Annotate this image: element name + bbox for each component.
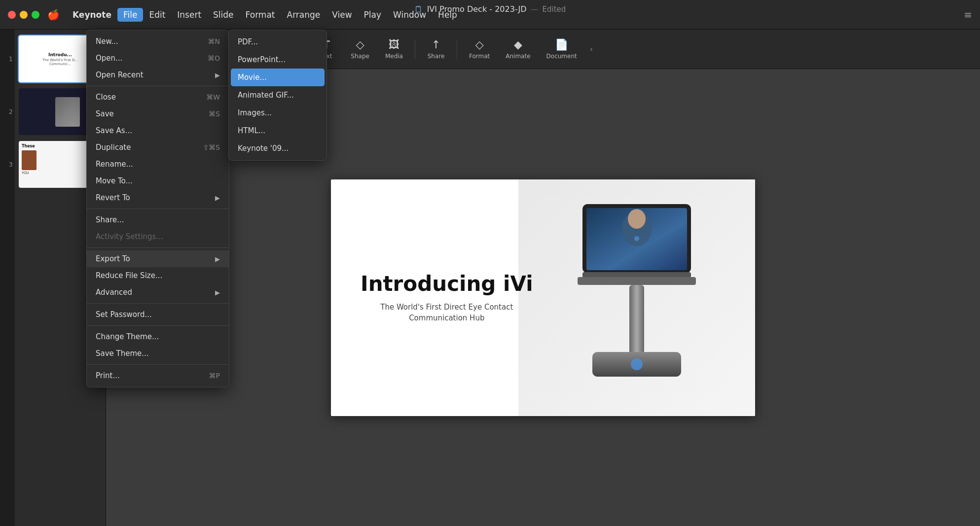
menu-set-password[interactable]: Set Password...	[87, 306, 229, 323]
animate-label: Animate	[506, 53, 530, 60]
slide-subtitle: The World's First Direct Eye Contact Com…	[361, 302, 533, 324]
menubar-play[interactable]: Play	[358, 8, 387, 22]
submenu-powerpoint[interactable]: PowerPoint...	[229, 51, 327, 69]
menu-advanced-arrow: ▶	[215, 289, 220, 296]
menu-save-theme-label: Save Theme...	[96, 349, 149, 358]
menu-advanced[interactable]: Advanced ▶	[87, 284, 229, 301]
share-icon: ↑	[432, 38, 440, 51]
shape-button[interactable]: ◇ Shape	[344, 35, 376, 63]
menubar-arrange[interactable]: Arrange	[281, 8, 327, 22]
menu-rename[interactable]: Rename...	[87, 156, 229, 173]
svg-point-10	[634, 236, 639, 241]
menu-print[interactable]: Print... ⌘P	[87, 367, 229, 384]
slide-numbers: 1 2 3	[0, 30, 15, 526]
menu-close[interactable]: Close ⌘W	[87, 89, 229, 105]
menu-advanced-label: Advanced	[96, 288, 132, 297]
submenu-animated-gif[interactable]: Animated GIF...	[229, 86, 327, 104]
format-button[interactable]: ◇ Format	[462, 35, 497, 63]
submenu-html[interactable]: HTML...	[229, 122, 327, 140]
menu-save-theme[interactable]: Save Theme...	[87, 345, 229, 362]
menu-open[interactable]: Open... ⌘O	[87, 50, 229, 67]
menu-open-shortcut: ⌘O	[208, 54, 220, 62]
menu-share[interactable]: Share...	[87, 211, 229, 228]
menu-export-to-label: Export To	[96, 254, 130, 263]
menubar-edit[interactable]: Edit	[143, 8, 171, 22]
menu-duplicate[interactable]: Duplicate ⇧⌘S	[87, 139, 229, 156]
menu-sep-4	[87, 303, 229, 304]
menubar-keynote[interactable]: Keynote	[67, 8, 117, 22]
submenu-powerpoint-label: PowerPoint...	[238, 55, 286, 64]
menu-save-as[interactable]: Save As...	[87, 122, 229, 139]
menu-sep-2	[87, 209, 229, 209]
menu-change-theme[interactable]: Change Theme...	[87, 328, 229, 345]
menubar-extra: ≡	[964, 9, 972, 21]
maximize-button[interactable]	[32, 11, 39, 19]
menu-open-recent-arrow: ▶	[215, 71, 220, 79]
menubar-view[interactable]: View	[326, 8, 358, 22]
slide-subtitle-line2: Communication Hub	[409, 314, 484, 322]
submenu-movie-label: Movie...	[238, 73, 267, 82]
menubar: 🍎 Keynote File Edit Insert Slide Format …	[0, 0, 980, 30]
menu-export-to[interactable]: Export To ▶	[87, 250, 229, 267]
menu-open-recent-label: Open Recent	[96, 70, 144, 79]
slide-text-block: Introducing iVi The World's First Direct…	[361, 272, 533, 324]
file-menu: New... ⌘N Open... ⌘O Open Recent ▶ Close…	[86, 30, 229, 387]
menu-sep-6	[87, 364, 229, 365]
menubar-slide[interactable]: Slide	[207, 8, 240, 22]
menu-new[interactable]: New... ⌘N	[87, 33, 229, 50]
menu-rename-label: Rename...	[96, 160, 133, 169]
apple-menu[interactable]: 🍎	[47, 9, 60, 21]
menu-sep-3	[87, 247, 229, 248]
menu-new-shortcut: ⌘N	[208, 37, 220, 45]
submenu-keynote09[interactable]: Keynote '09...	[229, 140, 327, 157]
menu-revert-to-arrow: ▶	[215, 194, 220, 202]
close-button[interactable]	[8, 11, 16, 19]
submenu-movie[interactable]: Movie...	[231, 69, 325, 86]
menu-open-label: Open...	[96, 54, 122, 63]
menu-reduce-file-size[interactable]: Reduce File Size...	[87, 267, 229, 284]
svg-rect-6	[578, 277, 696, 285]
menu-close-label: Close	[96, 93, 116, 102]
submenu-images[interactable]: Images...	[229, 104, 327, 122]
edited-status: Edited	[543, 5, 566, 14]
menu-save[interactable]: Save ⌘S	[87, 105, 229, 122]
menubar-file[interactable]: File	[117, 8, 143, 22]
menu-move-to[interactable]: Move To...	[87, 173, 229, 189]
minimize-button[interactable]	[20, 11, 28, 19]
share-button[interactable]: ↑ Share	[420, 35, 452, 63]
media-button[interactable]: 🖼 Media	[378, 35, 410, 63]
menu-change-theme-label: Change Theme...	[96, 332, 159, 341]
menu-open-recent[interactable]: Open Recent ▶	[87, 67, 229, 83]
menu-activity-settings: Activity Settings...	[87, 228, 229, 245]
traffic-lights	[8, 11, 39, 19]
menu-save-label: Save	[96, 109, 114, 118]
toolbar-sep-3	[415, 39, 415, 59]
toolbar-chevron[interactable]: ›	[590, 44, 593, 54]
menu-print-label: Print...	[96, 371, 120, 380]
slide-num-1: 1	[9, 35, 13, 83]
menu-close-shortcut: ⌘W	[206, 93, 220, 101]
slide-canvas[interactable]: Introducing iVi The World's First Direct…	[331, 179, 755, 416]
menubar-format[interactable]: Format	[240, 8, 281, 22]
menubar-help[interactable]: Help	[432, 8, 463, 22]
format-icon: ◇	[475, 38, 484, 51]
menubar-insert[interactable]: Insert	[171, 8, 207, 22]
slide-subtitle-line1: The World's First Direct Eye Contact	[380, 303, 513, 312]
slide-device-image	[518, 179, 755, 416]
animate-button[interactable]: ◆ Animate	[499, 35, 537, 63]
menu-revert-to[interactable]: Revert To ▶	[87, 189, 229, 206]
svg-rect-7	[629, 285, 644, 354]
menu-set-password-label: Set Password...	[96, 310, 152, 319]
menu-reduce-file-size-label: Reduce File Size...	[96, 271, 162, 280]
menubar-window[interactable]: Window	[387, 8, 432, 22]
svg-point-4	[628, 209, 646, 229]
document-button[interactable]: 📄 Document	[540, 35, 584, 63]
media-icon: 🖼	[389, 38, 399, 51]
format-label: Format	[469, 53, 490, 60]
submenu-pdf[interactable]: PDF...	[229, 33, 327, 51]
submenu-html-label: HTML...	[238, 126, 265, 135]
animate-icon: ◆	[514, 38, 522, 51]
device-svg	[553, 194, 721, 401]
slide-num-2: 2	[9, 87, 13, 136]
submenu-images-label: Images...	[238, 108, 272, 117]
